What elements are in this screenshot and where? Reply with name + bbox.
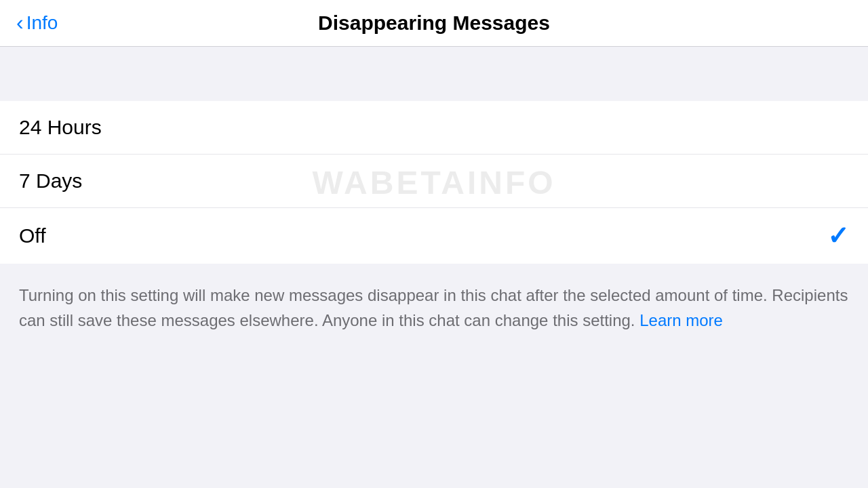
info-section: Turning on this setting will make new me… [0,264,868,354]
header: ‹ Info Disappearing Messages [0,0,868,47]
info-body-text: Turning on this setting will make new me… [19,286,848,329]
option-24-hours-label: 24 Hours [19,116,102,139]
option-off-label: Off [19,224,45,247]
back-chevron-icon: ‹ [16,12,24,33]
learn-more-link[interactable]: Learn more [639,311,723,329]
option-7-days[interactable]: 7 Days [0,155,868,208]
option-7-days-label: 7 Days [19,169,82,192]
option-off[interactable]: Off ✓ [0,208,868,264]
options-section: WABETAINFO 24 Hours 7 Days Off ✓ [0,101,868,264]
page-title: Disappearing Messages [318,12,550,35]
back-button[interactable]: ‹ Info [16,12,98,34]
option-24-hours[interactable]: 24 Hours [0,101,868,155]
options-list: 24 Hours 7 Days Off ✓ [0,101,868,264]
info-text: Turning on this setting will make new me… [19,283,849,333]
back-label: Info [26,12,58,34]
spacer-section [0,47,868,101]
selected-checkmark-icon: ✓ [827,223,849,249]
